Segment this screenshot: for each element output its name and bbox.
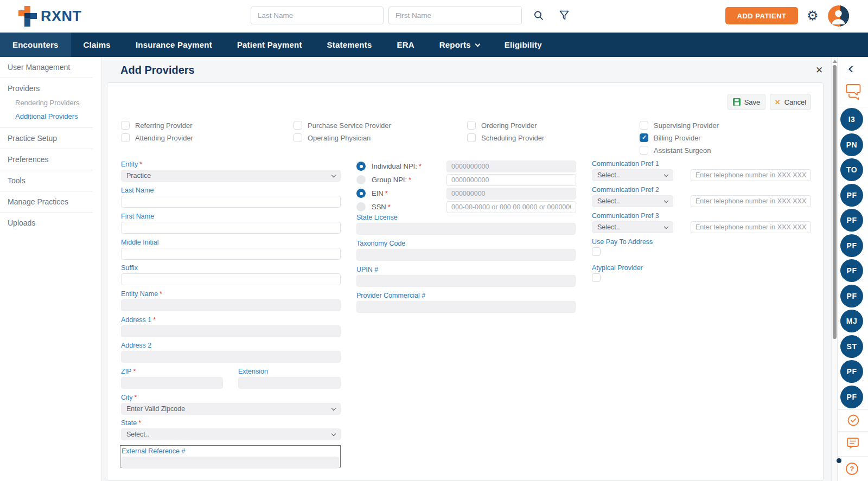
chat-bubbles-icon[interactable]	[845, 83, 861, 102]
sidebar-item-practice-setup[interactable]: Practice Setup	[0, 128, 101, 149]
rxnt-logo[interactable]: RXNT	[18, 6, 82, 27]
extension-input[interactable]	[238, 377, 341, 389]
external-reference-input[interactable]	[122, 457, 339, 469]
cancel-x-icon: ✕	[775, 98, 781, 106]
practice-badge[interactable]: PF	[840, 234, 863, 257]
checkbox[interactable]	[121, 121, 130, 130]
practice-badge[interactable]: PF	[840, 259, 863, 282]
nav-item-era[interactable]: ERA	[384, 33, 426, 57]
checkbox-billing-provider[interactable]: Billing Provider	[640, 133, 719, 142]
zip-input[interactable]	[121, 377, 223, 389]
checkbox-attending-provider[interactable]: Attending Provider	[121, 133, 193, 142]
collapse-chevron-left-icon[interactable]	[848, 66, 856, 73]
practice-badge[interactable]: PF	[840, 360, 863, 383]
avatar[interactable]	[828, 5, 849, 27]
provider-commercial-input[interactable]	[356, 301, 576, 313]
use-pay-to-address-checkbox[interactable]	[592, 247, 601, 256]
sidebar-item-preferences[interactable]: Preferences	[0, 149, 101, 170]
state-license-input[interactable]	[356, 223, 576, 235]
comm-pref-2-phone-input[interactable]	[691, 195, 811, 207]
sidebar-item-user-management[interactable]: User Management	[0, 57, 101, 78]
atypical-provider-checkbox[interactable]	[592, 273, 601, 282]
group-npi-input[interactable]	[446, 174, 576, 186]
checkbox[interactable]	[293, 133, 302, 142]
search-icon[interactable]	[533, 10, 544, 23]
nav-item-reports[interactable]: Reports	[427, 33, 492, 57]
ein-input[interactable]	[446, 188, 576, 200]
individual-npi-input[interactable]	[446, 161, 576, 172]
nav-item-eligibility[interactable]: Eligibility	[492, 33, 554, 57]
ssn-radio[interactable]	[356, 202, 366, 211]
taxonomy-code-input[interactable]	[356, 249, 576, 261]
ein-radio[interactable]	[356, 189, 366, 198]
sidebar-item-tools[interactable]: Tools	[0, 170, 101, 191]
individual-npi-radio[interactable]	[356, 162, 366, 171]
checkbox-operating-physician[interactable]: Operating Physician	[293, 133, 391, 142]
practice-badge[interactable]: PN	[840, 133, 863, 156]
checkbox[interactable]	[640, 121, 648, 130]
upin-input[interactable]	[356, 275, 576, 287]
state-select[interactable]: Select..	[121, 428, 341, 440]
comm-pref-1-phone-input[interactable]	[691, 169, 811, 181]
checkbox-referring-provider[interactable]: Referring Provider	[121, 121, 193, 130]
comm-pref-3-phone-input[interactable]	[691, 221, 811, 233]
checkbox-purchase-service-provider[interactable]: Purchase Service Provider	[293, 121, 391, 130]
checkbox-assistant-surgeon[interactable]: Assistant Surgeon	[640, 146, 719, 155]
checkbox-checked[interactable]	[640, 133, 648, 142]
nav-item-statements[interactable]: Statements	[315, 33, 385, 57]
checkbox[interactable]	[293, 121, 302, 130]
vertical-scrollbar[interactable]	[831, 57, 838, 481]
first-name-input[interactable]	[121, 222, 341, 234]
scrollbar-thumb[interactable]	[833, 65, 837, 339]
checkbox[interactable]	[467, 133, 476, 142]
comm-pref-2-select[interactable]: Select..	[592, 195, 673, 207]
practice-badge[interactable]: ST	[840, 335, 863, 358]
checkbox-ordering-provider[interactable]: Ordering Provider	[467, 121, 544, 130]
save-button[interactable]: Save	[727, 94, 765, 110]
checkbox[interactable]	[121, 133, 130, 142]
address1-input[interactable]	[121, 325, 341, 337]
checkbox[interactable]	[640, 146, 648, 155]
sidebar-item-additional-providers[interactable]: Additional Providers	[0, 110, 101, 123]
comm-pref-1-select[interactable]: Select..	[592, 169, 673, 181]
last-name-search-input[interactable]	[251, 7, 384, 24]
practice-badge[interactable]: PF	[840, 184, 863, 207]
nav-item-insurance-payment[interactable]: Insurance Payment	[123, 33, 225, 57]
checkbox-supervising-provider[interactable]: Supervising Provider	[640, 121, 719, 130]
group-npi-radio[interactable]	[356, 175, 366, 184]
suffix-input[interactable]	[121, 273, 341, 285]
nav-item-claims[interactable]: Claims	[71, 33, 123, 57]
practice-badge[interactable]: PF	[840, 209, 863, 232]
last-name-input[interactable]	[121, 196, 341, 208]
scrollbar-up-arrow[interactable]	[833, 60, 837, 63]
first-name-search-input[interactable]	[388, 7, 522, 24]
entity-select[interactable]: Practice	[121, 170, 341, 182]
sidebar-item-providers[interactable]: Providers	[0, 78, 101, 96]
nav-item-encounters[interactable]: Encounters	[0, 33, 71, 57]
ssn-input[interactable]	[446, 201, 576, 213]
sidebar-item-manage-practices[interactable]: Manage Practices	[0, 191, 101, 212]
address2-input[interactable]	[121, 351, 341, 363]
sidebar-item-rendering-providers[interactable]: Rendering Providers	[0, 96, 101, 110]
checkbox[interactable]	[467, 121, 476, 130]
checkbox-scheduling-provider[interactable]: Scheduling Provider	[467, 133, 544, 142]
city-select[interactable]: Enter Valid Zipcode	[121, 403, 341, 415]
practice-badge[interactable]: I3	[840, 108, 863, 131]
add-patient-button[interactable]: ADD PATIENT	[725, 7, 798, 24]
close-icon[interactable]: ✕	[815, 65, 823, 76]
practice-badge[interactable]: MJ	[840, 310, 863, 332]
filter-icon[interactable]	[559, 10, 569, 23]
check-circle-icon[interactable]	[847, 414, 860, 429]
help-question-icon[interactable]: ?	[845, 461, 859, 478]
nav-item-patient-payment[interactable]: Patient Payment	[225, 33, 315, 57]
practice-badge[interactable]: PF	[840, 285, 863, 307]
message-icon[interactable]	[846, 437, 860, 452]
middle-initial-input[interactable]	[121, 248, 341, 260]
practice-badge[interactable]: TO	[840, 158, 863, 181]
practice-badge[interactable]: PF	[840, 386, 863, 408]
entity-name-input[interactable]	[121, 299, 341, 311]
cancel-button[interactable]: ✕ Cancel	[770, 94, 811, 110]
gear-icon[interactable]: ⚙	[807, 7, 819, 24]
comm-pref-3-select[interactable]: Select..	[592, 221, 673, 233]
sidebar-item-uploads[interactable]: Uploads	[0, 213, 101, 233]
